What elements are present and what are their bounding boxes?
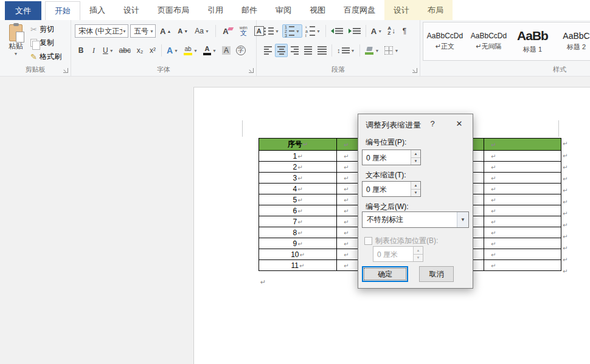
copy-button[interactable]: 复制 xyxy=(30,36,54,49)
format-painter-button[interactable]: ✎ 格式刷 xyxy=(30,50,61,63)
paste-button[interactable]: 粘贴 ▼ xyxy=(4,23,27,68)
multilevel-list-button[interactable]: ¹ai ▼ xyxy=(303,24,323,38)
table-cell[interactable]: 4↵ xyxy=(259,184,337,194)
font-color-button[interactable]: A ▼ xyxy=(201,44,219,57)
font-size-combo[interactable]: 五号 ▼ xyxy=(130,24,156,38)
tab-table-design[interactable]: 设计 xyxy=(384,0,418,20)
table-cell[interactable]: ↵ xyxy=(484,260,561,271)
table-cell[interactable]: ↵ xyxy=(484,194,561,205)
table-cell[interactable]: ↵ xyxy=(484,173,561,184)
bold-button[interactable]: B xyxy=(75,44,87,57)
tab-design[interactable]: 设计 xyxy=(114,0,148,20)
grow-font-button[interactable]: A▲ xyxy=(158,24,173,38)
distribute-button[interactable] xyxy=(315,44,329,57)
subscript-button[interactable]: x₂ xyxy=(134,44,146,57)
group-label-paragraph: 段落 xyxy=(257,65,420,74)
asian-layout-button[interactable]: A▼ xyxy=(369,24,384,38)
table-cell[interactable]: 2↵ xyxy=(259,162,337,173)
align-right-button[interactable] xyxy=(288,44,301,57)
tab-baidu-netdisk[interactable]: 百度网盘 xyxy=(335,0,384,20)
tab-stop-checkbox[interactable]: 制表位添加位置(B): xyxy=(364,236,438,246)
chevron-down-icon[interactable]: ▼ xyxy=(457,212,468,227)
enclose-characters-button[interactable]: 字 xyxy=(234,44,248,57)
line-spacing-button[interactable]: ↕ ▼ xyxy=(335,44,357,57)
text-indent-spinner[interactable]: 0 厘米 ▲▼ xyxy=(362,181,421,197)
spinner-up-icon[interactable]: ▲ xyxy=(411,150,420,158)
numbering-button[interactable]: 123 ▼ xyxy=(282,24,302,38)
table-cell[interactable]: 3↵ xyxy=(259,173,337,184)
table-cell[interactable]: 1↵ xyxy=(259,151,337,162)
tab-home[interactable]: 开始 xyxy=(45,1,80,20)
number-position-value[interactable]: 0 厘米 xyxy=(363,150,411,165)
style-item-normal[interactable]: AaBbCcDd ↵正文 xyxy=(423,22,467,60)
decrease-indent-button[interactable] xyxy=(328,24,345,38)
borders-icon xyxy=(384,46,393,55)
cut-button[interactable]: ✂ 剪切 xyxy=(30,23,54,36)
ok-button[interactable]: 确定 xyxy=(362,266,408,282)
superscript-button[interactable]: x² xyxy=(147,44,159,57)
tab-view[interactable]: 视图 xyxy=(300,0,335,20)
table-cell[interactable]: ↵ xyxy=(484,249,561,260)
dialog-launcher-icon[interactable] xyxy=(249,68,254,73)
number-position-spinner[interactable]: 0 厘米 ▲▼ xyxy=(362,149,421,165)
align-center-button[interactable] xyxy=(275,44,288,57)
sort-button[interactable]: AZ↓ xyxy=(385,24,398,38)
checkbox-icon[interactable] xyxy=(364,237,372,245)
table-cell[interactable]: ↵ xyxy=(484,151,561,162)
underline-button[interactable]: U▼ xyxy=(100,44,116,57)
align-left-button[interactable] xyxy=(262,44,274,57)
strikethrough-button[interactable]: abc xyxy=(117,44,133,57)
tab-mailings[interactable]: 邮件 xyxy=(232,0,266,20)
table-cell[interactable]: 9↵ xyxy=(259,238,337,249)
text-indent-value[interactable]: 0 厘米 xyxy=(363,182,411,196)
italic-button[interactable]: I xyxy=(88,44,100,57)
spinner-down-icon[interactable]: ▼ xyxy=(411,158,420,165)
tab-table-layout[interactable]: 布局 xyxy=(418,0,453,20)
shading-button[interactable]: ▼ xyxy=(363,44,381,57)
style-item-no-spacing[interactable]: AaBbCcDd ↵无间隔 xyxy=(467,22,511,60)
spinner-up-icon[interactable]: ▲ xyxy=(411,182,420,190)
follow-number-dropdown[interactable]: 不特别标注 ▼ xyxy=(362,211,469,228)
table-cell[interactable]: ↵ xyxy=(484,238,561,249)
text-highlight-button[interactable]: ab ▼ xyxy=(181,44,200,57)
bullets-button[interactable]: ▼ xyxy=(262,24,282,38)
clear-formatting-button[interactable]: A xyxy=(220,24,232,38)
tab-review[interactable]: 审阅 xyxy=(266,0,300,20)
style-item-heading1[interactable]: AaBb 标题 1 xyxy=(511,22,555,60)
close-icon[interactable]: ✕ xyxy=(451,117,468,131)
character-shading-button[interactable]: A xyxy=(220,44,233,57)
table-cell[interactable]: ↵ xyxy=(484,205,561,216)
show-hide-marks-button[interactable]: ¶ xyxy=(398,24,411,38)
table-cell[interactable]: ↵ xyxy=(484,227,561,238)
table-cell[interactable]: 8↵ xyxy=(259,227,337,238)
shrink-font-button[interactable]: A▼ xyxy=(175,24,190,38)
phonetic-guide-button[interactable]: wén文 xyxy=(237,24,250,38)
pilcrow-mark: ↵ xyxy=(563,196,567,208)
table-cell[interactable]: ↵ xyxy=(484,162,561,173)
text-effects-button[interactable]: A▼ xyxy=(164,44,181,57)
tab-insert[interactable]: 插入 xyxy=(80,0,114,20)
table-cell[interactable]: 7↵ xyxy=(259,216,337,227)
table-cell[interactable]: ↵ xyxy=(484,216,561,227)
table-cell[interactable]: 10↵ xyxy=(259,249,337,260)
borders-button[interactable]: ▼ xyxy=(382,44,401,57)
dialog-launcher-icon[interactable] xyxy=(412,68,417,73)
help-icon[interactable]: ? xyxy=(427,119,438,128)
spinner-down-icon[interactable]: ▼ xyxy=(411,190,420,197)
table-cell[interactable]: 11↵ xyxy=(259,260,337,271)
dialog-launcher-icon[interactable] xyxy=(63,68,68,73)
table-header-cell[interactable]: ↵ xyxy=(484,139,561,151)
table-cell[interactable]: 6↵ xyxy=(259,205,337,216)
font-name-combo[interactable]: 宋体 (中文正文 ▼ xyxy=(75,24,128,38)
change-case-button[interactable]: Aa▼ xyxy=(192,24,212,38)
tab-file[interactable]: 文件 xyxy=(5,1,41,20)
tab-page-layout[interactable]: 页面布局 xyxy=(148,0,198,20)
increase-indent-button[interactable] xyxy=(346,24,363,38)
cancel-button[interactable]: 取消 xyxy=(419,266,454,282)
tab-references[interactable]: 引用 xyxy=(198,0,232,20)
table-cell[interactable]: 5↵ xyxy=(259,194,337,205)
style-item-heading2[interactable]: AaBbC 标题 2 xyxy=(555,22,590,60)
justify-button[interactable] xyxy=(302,44,314,57)
table-cell[interactable]: ↵ xyxy=(484,184,561,194)
table-header-cell[interactable]: 序号↵ xyxy=(259,139,337,151)
